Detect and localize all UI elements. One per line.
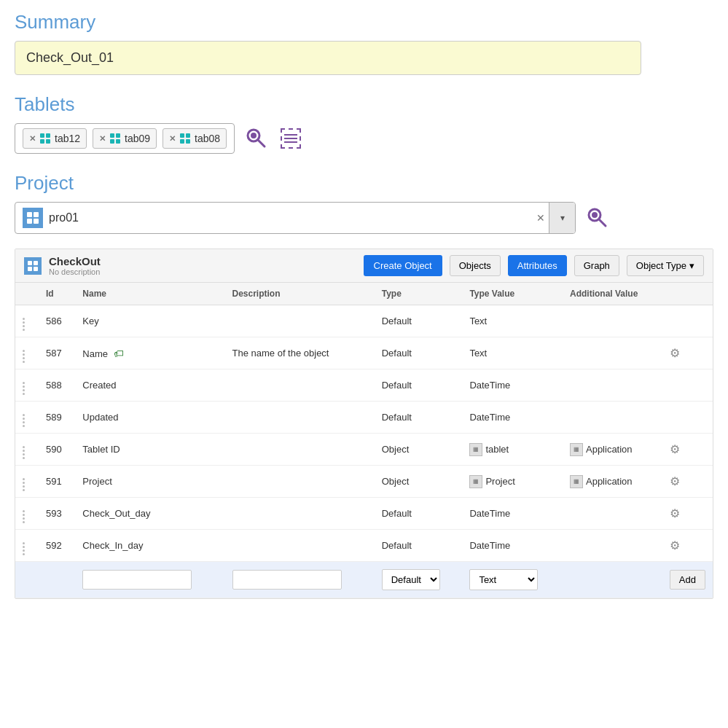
tablets-list-button[interactable] xyxy=(277,125,305,152)
add-id-cell xyxy=(39,562,75,598)
name-cell: Key xyxy=(75,305,224,337)
drag-handle[interactable] xyxy=(23,542,31,555)
svg-rect-22 xyxy=(28,261,32,265)
description-cell xyxy=(225,498,375,530)
summary-input[interactable] xyxy=(15,41,641,75)
tablet-remove-button[interactable]: ✕ xyxy=(99,134,106,144)
row-gear-button[interactable]: ⚙ xyxy=(670,539,680,552)
add-description-input[interactable] xyxy=(232,570,342,590)
project-clear-button[interactable]: ✕ xyxy=(533,212,549,224)
attributes-tab-button[interactable]: Attributes xyxy=(508,255,567,276)
additionalvalue-cell xyxy=(563,369,662,402)
table-row: 590 Tablet ID Object ▦ tablet ▦ Applicat… xyxy=(15,434,713,466)
tablets-search-button[interactable] xyxy=(242,125,270,152)
name-cell: Check_Out_day xyxy=(75,498,224,530)
typevalue-cell: Text xyxy=(462,305,563,337)
drag-handle[interactable] xyxy=(23,382,31,395)
gear-cell: ⚙ xyxy=(662,434,713,466)
tablet-name: tab08 xyxy=(195,133,220,144)
description-cell xyxy=(225,305,375,337)
add-description-cell xyxy=(225,562,375,598)
id-cell: 586 xyxy=(39,305,75,337)
drag-cell xyxy=(15,530,39,562)
summary-title: Summary xyxy=(15,11,713,34)
type-cell: Default xyxy=(375,402,463,434)
typevalue-cell: DateTime xyxy=(462,498,563,530)
description-cell xyxy=(225,530,375,562)
table-header-bar: CheckOut No description Create Object Ob… xyxy=(15,249,713,283)
row-gear-button[interactable]: ⚙ xyxy=(670,347,680,359)
project-dropdown-button[interactable]: ▾ xyxy=(549,202,575,234)
table-subtitle: No description xyxy=(49,267,101,276)
additionalvalue-cell xyxy=(563,305,662,337)
additionalvalue-col-header: Additional Value xyxy=(563,283,662,305)
project-title: Project xyxy=(15,172,713,195)
gear-cell xyxy=(662,305,713,337)
row-name: Key xyxy=(82,316,98,326)
id-cell: 592 xyxy=(39,530,75,562)
table-title: CheckOut xyxy=(49,255,101,267)
objects-tab-button[interactable]: Objects xyxy=(450,255,501,276)
svg-rect-2 xyxy=(40,139,44,144)
action-col-header xyxy=(662,283,713,305)
typevalue-cell: DateTime xyxy=(462,402,563,434)
object-type-button[interactable]: Object Type ▾ xyxy=(627,255,704,276)
additional-value-icon: ▦ Application xyxy=(570,443,633,456)
graph-tab-button[interactable]: Graph xyxy=(574,255,619,276)
type-value-img: ▦ xyxy=(469,475,482,488)
table-header-row: Id Name Description Type Type Value Addi… xyxy=(15,283,713,305)
gear-cell: ⚙ xyxy=(662,530,713,562)
row-name: Tablet ID xyxy=(82,444,120,455)
row-name: Name xyxy=(82,348,108,359)
row-gear-button[interactable]: ⚙ xyxy=(670,443,680,455)
tablets-row: ✕ tab12 ✕ tab09 xyxy=(15,123,713,154)
type-cell: Default xyxy=(375,337,463,369)
type-cell: Object xyxy=(375,466,463,498)
drag-handle[interactable] xyxy=(23,478,31,491)
add-row-button[interactable]: Add xyxy=(670,570,705,590)
type-cell: Object xyxy=(375,434,463,466)
name-cell: Updated xyxy=(75,402,224,434)
tablet-remove-button[interactable]: ✕ xyxy=(169,134,176,144)
additional-value-icon: ▦ Application xyxy=(570,475,633,488)
name-cell: Name 🏷 xyxy=(75,337,224,369)
row-gear-button[interactable]: ⚙ xyxy=(670,507,680,520)
row-name: Updated xyxy=(82,412,118,423)
drag-handle[interactable] xyxy=(23,510,31,523)
type-value-icon: ▦ Project xyxy=(469,475,514,488)
table-title-group: CheckOut No description xyxy=(49,255,101,276)
drag-handle[interactable] xyxy=(23,446,31,459)
type-cell: Default xyxy=(375,305,463,337)
svg-line-21 xyxy=(599,219,606,226)
tablets-box: ✕ tab12 ✕ tab09 xyxy=(15,123,235,154)
type-value-img: ▦ xyxy=(469,443,482,456)
description-cell xyxy=(225,369,375,402)
add-type-select[interactable]: Default Object xyxy=(382,569,440,590)
add-name-input[interactable] xyxy=(82,570,192,590)
svg-rect-18 xyxy=(34,219,39,224)
tablet-remove-button[interactable]: ✕ xyxy=(29,134,36,144)
object-type-label: Object Type xyxy=(636,260,686,271)
svg-rect-23 xyxy=(34,261,38,265)
svg-rect-10 xyxy=(180,139,184,144)
tablet-tag: ✕ tab08 xyxy=(163,128,227,149)
drag-cell xyxy=(15,305,39,337)
name-cell: Created xyxy=(75,369,224,402)
name-cell: Check_In_day xyxy=(75,530,224,562)
drag-col-header xyxy=(15,283,39,305)
add-drag-cell xyxy=(15,562,39,598)
project-search-button[interactable] xyxy=(583,204,611,232)
drag-handle[interactable] xyxy=(23,318,31,331)
create-object-button[interactable]: Create Object xyxy=(364,255,442,276)
add-typevalue-select[interactable]: Text DateTime Integer xyxy=(469,569,538,590)
main-container: Summary Tablets ✕ tab12 ✕ xyxy=(0,0,728,610)
table-row: 586 Key Default Text xyxy=(15,305,713,337)
drag-handle[interactable] xyxy=(23,350,31,363)
table-section: CheckOut No description Create Object Ob… xyxy=(15,248,713,599)
row-name: Created xyxy=(82,380,116,391)
row-gear-button[interactable]: ⚙ xyxy=(670,475,680,488)
drag-handle[interactable] xyxy=(23,414,31,427)
project-icon xyxy=(23,208,43,228)
row-name: Check_In_day xyxy=(82,540,143,551)
project-name: pro01 xyxy=(49,211,525,224)
